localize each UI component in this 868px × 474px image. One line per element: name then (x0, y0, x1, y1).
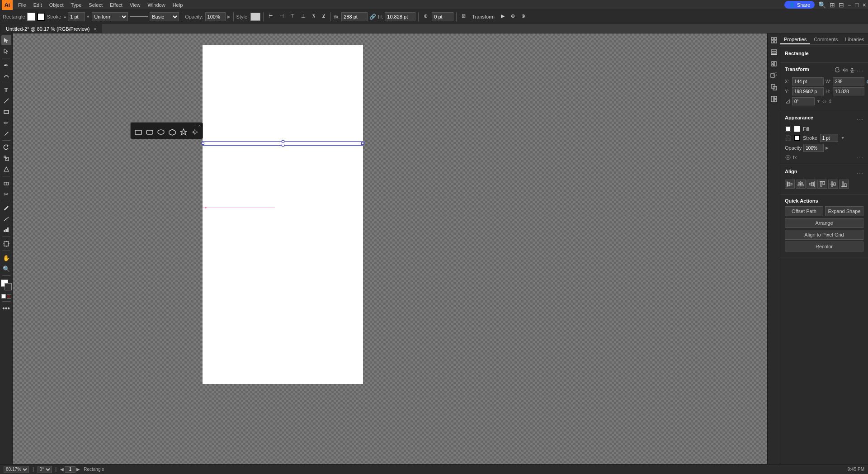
flip-h-btn[interactable] (842, 67, 848, 74)
fx-more-btn[interactable]: ··· (857, 154, 863, 161)
symbols-panel-btn[interactable] (769, 94, 779, 104)
graph-tool-btn[interactable] (1, 225, 11, 235)
stroke-swatch-panel[interactable] (794, 135, 800, 141)
more-tools-btn[interactable]: ••• (1, 303, 11, 313)
menu-help[interactable]: Help (169, 1, 187, 9)
align-top-edge-btn[interactable] (817, 180, 827, 189)
maximize-icon[interactable]: □ (855, 1, 859, 9)
align-center-v-btn[interactable]: ⊼ (310, 12, 318, 21)
handle-top-center[interactable] (282, 140, 284, 143)
menu-view[interactable]: View (126, 1, 144, 9)
panel-close-btn[interactable]: × (198, 123, 201, 128)
menu-file[interactable]: File (14, 1, 30, 9)
align-center-v-edge-btn[interactable] (828, 180, 838, 189)
stroke-width-input[interactable] (820, 134, 838, 142)
scissors-tool-btn[interactable]: ✂ (1, 189, 11, 199)
align-pixel-grid-btn[interactable]: Align to Pixel Grid (785, 230, 863, 240)
prev-page-btn[interactable]: ◀ (60, 467, 64, 472)
y-input[interactable] (792, 87, 824, 95)
appearance-more-btn[interactable]: ··· (857, 115, 863, 123)
align-bottom-btn[interactable]: ⊻ (320, 12, 328, 21)
line-tool-btn[interactable] (1, 96, 11, 106)
flare-shape-btn[interactable] (190, 127, 200, 137)
pencil-tool-btn[interactable]: ✏ (1, 118, 11, 128)
canvas-area[interactable]: − × (13, 33, 767, 464)
expand-shape-btn[interactable]: Expand Shape (825, 206, 863, 216)
selection-rectangle[interactable] (203, 141, 363, 146)
style-swatch[interactable] (250, 13, 260, 21)
zoom-tool-btn[interactable]: 🔍 (1, 264, 11, 274)
tab-close-btn[interactable]: × (94, 27, 96, 32)
measure-tool-btn[interactable] (1, 214, 11, 224)
star-shape-btn[interactable] (179, 127, 189, 137)
ellipse-shape-btn[interactable] (156, 127, 166, 137)
transform-more-btn[interactable]: ▶ (499, 12, 507, 21)
menu-edit[interactable]: Edit (30, 1, 46, 9)
properties-panel-btn[interactable] (769, 35, 779, 45)
curvature-tool-btn[interactable] (1, 71, 11, 81)
type-tool-btn[interactable]: T (1, 85, 11, 95)
opacity-arrow-panel[interactable]: ▶ (826, 146, 829, 150)
document-tab[interactable]: Untitled-2* @ 80.17 % (RGB/Preview) × (0, 24, 102, 33)
h-input[interactable] (833, 87, 864, 95)
panel-minimize-btn[interactable]: − (194, 123, 196, 128)
align-right-edge-btn[interactable] (807, 180, 816, 189)
angle-dropdown-btn[interactable]: ▼ (816, 99, 821, 104)
shaper-tool-btn[interactable] (1, 164, 11, 174)
align-left-btn[interactable]: ⊢ (266, 12, 275, 21)
opacity-input[interactable] (205, 12, 226, 21)
fill-mode-icon[interactable] (785, 126, 791, 132)
pen-tool-btn[interactable]: ✒ (1, 60, 11, 70)
handle-bottom-center[interactable] (282, 144, 284, 147)
wh-link-icon[interactable]: 🔗 (369, 14, 376, 20)
menu-select[interactable]: Select (85, 1, 106, 9)
flip-v-icon[interactable]: ⇕ (828, 99, 832, 104)
width-input[interactable] (341, 12, 368, 21)
tab-properties[interactable]: Properties (780, 35, 810, 44)
rotate-tool-btn[interactable] (1, 142, 11, 152)
stroke-weight-input[interactable] (68, 12, 85, 21)
rect-shape-btn[interactable] (133, 127, 143, 137)
rotate-90-btn[interactable] (835, 67, 840, 74)
align-panel-btn[interactable] (769, 59, 779, 69)
arrange-windows-icon[interactable]: ⊟ (839, 1, 844, 9)
rect-tool-btn[interactable] (1, 107, 11, 117)
align-top-btn[interactable]: ⊥ (299, 12, 308, 21)
share-button[interactable]: 👤 Share (784, 1, 815, 9)
transform-button[interactable]: Transform (470, 12, 497, 21)
align-more-btn[interactable]: ··· (857, 169, 863, 176)
artboard-tool-btn[interactable] (1, 239, 11, 249)
flip-v-btn[interactable] (849, 67, 855, 74)
puppet-warp-btn[interactable]: ⊛ (509, 12, 517, 21)
menu-type[interactable]: Type (67, 1, 85, 9)
polygon-shape-btn[interactable] (167, 127, 177, 137)
height-input[interactable] (385, 12, 415, 21)
transform-more-btn[interactable]: ··· (857, 67, 863, 74)
no-color-icon[interactable]: ⊘ (7, 294, 11, 299)
opacity-input-panel[interactable] (803, 144, 824, 152)
offset-path-btn[interactable]: Offset Path (785, 206, 823, 216)
stroke-mode-icon[interactable] (785, 135, 791, 141)
layers-panel-btn[interactable] (769, 47, 779, 57)
arrange-btn[interactable]: Arrange (785, 218, 863, 228)
stroke-profile-select[interactable]: Basic (150, 12, 179, 21)
close-icon[interactable]: × (863, 1, 866, 9)
color-pair[interactable] (1, 280, 12, 290)
align-right-btn[interactable]: ⊤ (288, 12, 297, 21)
panels-icon[interactable]: ⊞ (830, 1, 835, 9)
angle-select[interactable]: 0° (38, 466, 52, 473)
rounded-rect-shape-btn[interactable] (145, 127, 155, 137)
tab-libraries[interactable]: Libraries (841, 35, 868, 44)
stroke-width-dropdown[interactable]: ▼ (841, 136, 845, 140)
scale-tool-btn[interactable] (1, 153, 11, 163)
brush-tool-btn[interactable] (1, 128, 11, 138)
wh-link-panel-icon[interactable]: 🔗 (866, 77, 868, 85)
opacity-arrow[interactable]: ▶ (227, 14, 231, 19)
search-icon[interactable]: 🔍 (818, 1, 826, 9)
menu-effect[interactable]: Effect (106, 1, 126, 9)
align-center-h-edge-btn[interactable] (796, 180, 806, 189)
align-center-h-btn[interactable]: ⊣ (277, 12, 286, 21)
hand-tool-btn[interactable]: ✋ (1, 253, 11, 263)
angle-input[interactable] (792, 97, 815, 105)
w-input[interactable] (833, 77, 864, 85)
